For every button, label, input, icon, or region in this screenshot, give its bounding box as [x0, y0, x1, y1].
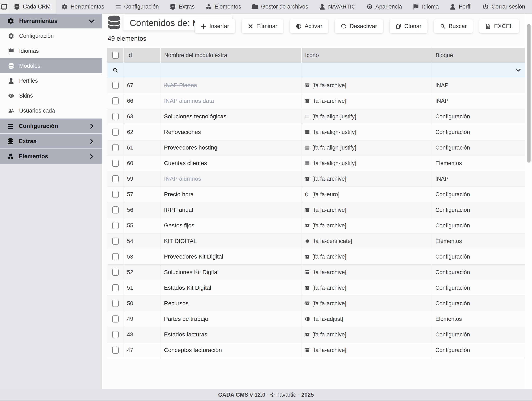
sidebar-section-herramientas[interactable]: Herramientas — [0, 13, 102, 28]
sidebar-section-configuracion[interactable]: Configuración — [0, 119, 102, 133]
row-checkbox[interactable] — [112, 113, 119, 120]
row-select-cell[interactable] — [107, 311, 123, 327]
row-name[interactable]: KIT DIGITAL — [160, 233, 301, 249]
nav-item-apariencia[interactable]: Apariencia — [361, 0, 408, 13]
row-select-cell[interactable] — [107, 78, 123, 93]
nav-item-cerrar-sesion[interactable]: Cerrar sesión — [477, 0, 531, 13]
row-checkbox[interactable] — [112, 300, 119, 307]
sidebar-item-modulos[interactable]: Módulos — [0, 58, 102, 73]
scrollbar-track[interactable] — [526, 13, 532, 389]
row-checkbox[interactable] — [112, 144, 119, 151]
row-checkbox[interactable] — [112, 238, 119, 245]
row-checkbox[interactable] — [112, 269, 119, 276]
nav-item-gestor-archivos[interactable]: Gestor de archivos — [247, 0, 314, 13]
row-icon-cell: [fa fa-archive] — [301, 327, 432, 342]
activate-button[interactable]: Activar — [290, 19, 329, 33]
row-icon-label: [fa fa-align-justify] — [312, 113, 356, 120]
row-checkbox[interactable] — [112, 315, 119, 322]
nav-item-configuracion[interactable]: Configuración — [110, 0, 164, 13]
scrollbar-thumb[interactable] — [527, 24, 531, 163]
row-select-cell[interactable] — [107, 342, 123, 358]
row-select-cell[interactable] — [107, 187, 123, 202]
row-name[interactable]: Proveedores Kit Digital — [160, 249, 301, 264]
sidebar-item-configuracion[interactable]: Configuración — [0, 28, 102, 43]
filter-nombre-input[interactable] — [160, 63, 301, 78]
nav-item-herramientas[interactable]: Herramientas — [56, 0, 110, 13]
row-checkbox[interactable] — [112, 97, 119, 105]
row-select-cell[interactable] — [107, 171, 123, 186]
sidebar-item-usuarios-cada[interactable]: Usuarios cada — [0, 103, 102, 118]
row-checkbox[interactable] — [112, 160, 119, 167]
row-select-cell[interactable] — [107, 218, 123, 233]
row-name[interactable]: Proveedores hosting — [160, 140, 301, 155]
chevron-down-icon[interactable] — [515, 67, 521, 73]
select-all-checkbox[interactable] — [112, 52, 119, 59]
row-name[interactable]: Partes de trabajo — [160, 311, 301, 327]
row-select-cell[interactable] — [107, 265, 123, 280]
row-select-cell[interactable] — [107, 327, 123, 342]
sidebar-toggle-button[interactable] — [0, 0, 8, 13]
row-name[interactable]: Renovaciones — [160, 124, 301, 140]
nav-item-cada-crm[interactable]: Cada CRM — [8, 0, 56, 13]
row-select-cell[interactable] — [107, 155, 123, 171]
row-checkbox[interactable] — [112, 222, 119, 229]
row-select-cell[interactable] — [107, 296, 123, 311]
nav-item-extras[interactable]: Extras — [164, 0, 200, 13]
row-name[interactable]: Soluciones tecnológicas — [160, 109, 301, 124]
row-checkbox[interactable] — [112, 206, 119, 214]
row-checkbox[interactable] — [112, 253, 119, 260]
nav-item-elementos[interactable]: Elementos — [200, 0, 247, 13]
row-name[interactable]: Recursos — [160, 296, 301, 311]
row-select-cell[interactable] — [107, 280, 123, 296]
row-select-cell[interactable] — [107, 93, 123, 109]
row-checkbox[interactable] — [112, 191, 119, 198]
nav-item-perfil[interactable]: Perfil — [444, 0, 477, 13]
row-select-cell[interactable] — [107, 109, 123, 124]
nav-item-navartic[interactable]: NAVARTIC — [314, 0, 361, 13]
sidebar-section-elementos[interactable]: Elementos — [0, 149, 102, 164]
row-select-cell[interactable] — [107, 249, 123, 264]
row-icon-label: [fa fa-archive] — [312, 347, 346, 353]
search-button[interactable]: Buscar — [434, 19, 473, 33]
filter-id-input[interactable] — [123, 63, 160, 78]
row-name[interactable]: Estados Kit Digital — [160, 280, 301, 296]
sidebar-item-perfiles[interactable]: Perfiles — [0, 73, 102, 88]
row-checkbox[interactable] — [112, 331, 119, 338]
excel-button[interactable]: EXCEL — [479, 19, 519, 33]
clone-button[interactable]: Clonar — [390, 19, 427, 33]
nav-item-idioma[interactable]: Idioma — [407, 0, 444, 13]
deactivate-button[interactable]: Desactivar — [335, 19, 383, 33]
footer-text: CADA CMS v 12.0 - © — [218, 392, 274, 398]
row-name[interactable]: Gastos fijos — [160, 218, 301, 233]
row-id: 47 — [123, 342, 160, 358]
filter-icono-input[interactable] — [301, 63, 432, 78]
row-name[interactable]: INAP alumnos data — [160, 93, 301, 109]
row-checkbox[interactable] — [112, 175, 119, 182]
row-select-cell[interactable] — [107, 140, 123, 155]
row-select-cell[interactable] — [107, 124, 123, 140]
sidebar-item-idiomas[interactable]: Idiomas — [0, 43, 102, 58]
sidebar-section-extras[interactable]: Extras — [0, 134, 102, 148]
row-checkbox[interactable] — [112, 129, 119, 136]
select-all-cell[interactable] — [107, 48, 123, 63]
row-select-cell[interactable] — [107, 233, 123, 249]
row-name[interactable]: Estados facturas — [160, 327, 301, 342]
row-name[interactable]: INAP Planes — [160, 78, 301, 93]
insert-button[interactable]: Insertar — [195, 19, 235, 33]
row-name[interactable]: Precio hora — [160, 187, 301, 202]
row-checkbox[interactable] — [112, 82, 119, 89]
filter-search-cell[interactable] — [107, 63, 123, 78]
filter-bloque-input[interactable] — [432, 63, 525, 78]
row-checkbox[interactable] — [112, 284, 119, 291]
sidebar-item-skins[interactable]: Skins — [0, 88, 102, 103]
delete-button[interactable]: Eliminar — [242, 19, 284, 33]
row-name[interactable]: Soluciones Kit Digital — [160, 265, 301, 280]
row-select-cell[interactable] — [107, 202, 123, 218]
row-name[interactable]: Cuentas clientes — [160, 155, 301, 171]
dot-circle-icon — [367, 4, 372, 10]
row-name[interactable]: Conceptos facturación — [160, 342, 301, 358]
search-icon — [112, 67, 118, 73]
row-name[interactable]: IRPF anual — [160, 202, 301, 218]
row-name[interactable]: INAP alumnos — [160, 171, 301, 186]
row-checkbox[interactable] — [112, 347, 119, 354]
